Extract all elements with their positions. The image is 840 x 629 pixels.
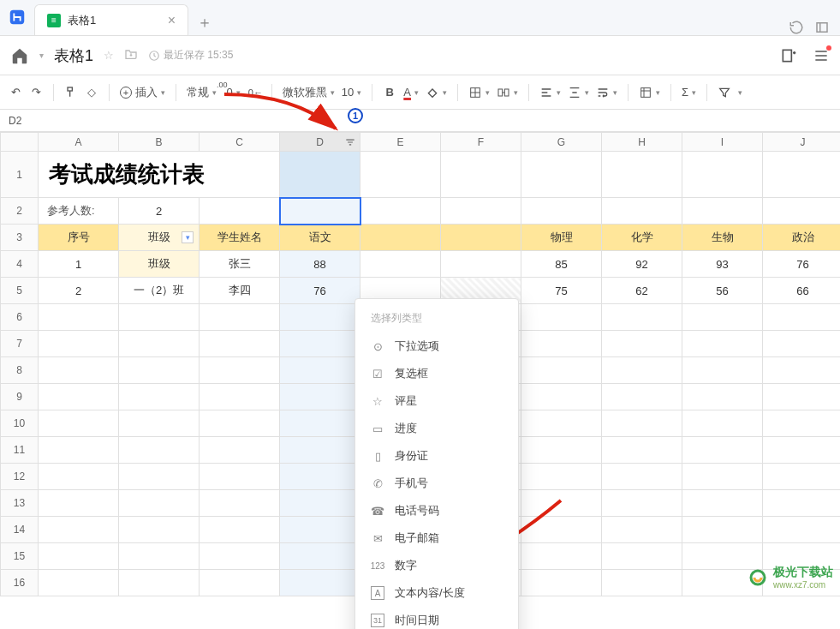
new-tab-button[interactable]: ＋ [192,9,217,35]
col-header-c[interactable]: C [200,133,280,152]
font-color-icon[interactable]: A▾ [403,86,419,99]
dropdown-icon: ⊙ [371,339,384,353]
menu-item-email[interactable]: ✉电子邮箱 [355,524,518,552]
borders-icon[interactable]: ▾ [468,86,490,99]
svg-rect-3 [783,50,791,61]
valign-icon[interactable]: ▾ [568,86,589,99]
select-all-corner[interactable] [1,133,39,152]
row-header[interactable]: 4 [1,251,39,278]
svg-rect-7 [504,89,509,96]
row-header[interactable]: 5 [1,278,39,304]
refresh-icon[interactable] [789,20,804,35]
row-header[interactable]: 3 [1,225,39,251]
freeze-icon[interactable]: ▾ [639,86,660,99]
menu-item-rating[interactable]: ☆评星 [355,387,518,415]
filter-icon[interactable] [718,86,731,99]
column-filter-icon[interactable] [344,136,356,148]
menu-item-text[interactable]: A文本内容/长度 [355,579,518,607]
svg-rect-1 [817,23,827,33]
hdr-politics[interactable]: 政治 [763,225,841,251]
redo-icon[interactable]: ↷ [29,86,43,99]
col-header-j[interactable]: J [763,133,841,152]
filter-dropdown[interactable]: ▾ [738,88,742,97]
menu-item-idcard[interactable]: ▯身份证 [355,442,518,470]
hdr-biology[interactable]: 生物 [682,225,763,251]
col-header-d[interactable]: D [280,133,360,152]
font-size-dropdown[interactable]: 10▾ [342,86,361,99]
menu-item-checkbox[interactable]: ☑复选框 [355,360,518,387]
insert-dropdown[interactable]: +插入▾ [120,85,165,100]
cell-d1[interactable] [280,152,360,198]
format-painter-icon[interactable] [64,86,78,99]
clear-format-icon[interactable]: ◇ [85,86,98,99]
col-header-b[interactable]: B [119,133,200,152]
menu-section-label: 选择列类型 [355,308,518,332]
star-icon[interactable]: ☆ [104,49,114,62]
menu-item-date[interactable]: 31时间日期 [355,607,518,629]
text-icon: A [371,586,384,600]
attend-value-cell[interactable]: 2 [119,198,200,225]
menu-item-telephone[interactable]: ☎电话号码 [355,497,518,524]
col-header-a[interactable]: A [39,133,119,152]
watermark: 极光下载站 www.xz7.com [748,565,833,590]
merge-cells-icon[interactable]: ▾ [497,86,518,99]
chevron-down-icon[interactable]: ▾ [39,51,44,60]
tab-title: 表格1 [68,13,161,28]
hdr-name[interactable]: 学生姓名 [200,225,280,251]
cell-reference-bar: D2 [0,110,840,132]
home-icon[interactable] [10,46,29,65]
menu-icon[interactable] [813,47,830,64]
wrap-text-icon[interactable]: ▾ [596,86,617,99]
col-header-g[interactable]: G [521,133,602,152]
formula-icon[interactable]: Σ▾ [682,86,696,99]
hdr-chemistry[interactable]: 化学 [602,225,682,251]
font-family-dropdown[interactable]: 微软雅黑▾ [283,85,335,100]
idcard-icon: ▯ [371,449,384,463]
fill-color-icon[interactable]: ▾ [426,86,447,99]
document-tab[interactable]: ≡ 表格1 × [34,4,188,35]
class-filter-icon[interactable]: ▾ [182,231,194,243]
row-4: 4 1 班级 张三 88 85 92 93 76 [1,251,841,278]
sidebar-toggle-icon[interactable] [814,20,830,35]
cell-d2-selected[interactable] [280,198,360,225]
bold-icon[interactable]: B [383,86,396,99]
move-to-folder-icon[interactable] [124,47,138,63]
annotation-badge-1: 1 [348,108,363,123]
row-header[interactable]: 2 [1,198,39,225]
save-status: 最近保存 15:35 [148,48,233,63]
undo-icon[interactable]: ↶ [9,86,22,99]
svg-rect-4 [68,87,72,91]
column-type-menu: 选择列类型 ⊙下拉选项 ☑复选框 ☆评星 ▭进度 ▯身份证 ✆手机号 ☎电话号码… [354,298,519,629]
number-format-dropdown[interactable]: 常规▾ [187,85,217,100]
decrease-decimal-icon[interactable]: .0← [247,86,261,99]
menu-item-mobile[interactable]: ✆手机号 [355,470,518,497]
row-3: 3 序号 班级▾ 学生姓名 语文 物理 化学 生物 政治 [1,225,841,251]
attend-label-cell[interactable]: 参考人数: [39,198,119,225]
checkbox-icon: ☑ [371,367,384,380]
cell-reference[interactable]: D2 [0,115,51,127]
col-header-e[interactable]: E [360,133,441,152]
number-icon: 123 [371,559,384,572]
close-tab-icon[interactable]: × [168,13,176,28]
decimal-dropdown[interactable]: .0.00▾ [223,86,241,99]
row-header[interactable]: 1 [1,152,39,198]
phone-icon: ✆ [371,476,384,490]
menu-item-dropdown[interactable]: ⊙下拉选项 [355,332,518,360]
telephone-icon: ☎ [371,504,384,518]
spreadsheet: A B C D E F G H I J 1 考试成绩统计表 2 参考人数: 2 … [0,132,840,596]
menu-item-progress[interactable]: ▭进度 [355,415,518,442]
hdr-seq[interactable]: 序号 [39,225,119,251]
sheet-title-cell[interactable]: 考试成绩统计表 [39,152,280,198]
hdr-chinese[interactable]: 语文 [280,225,360,251]
add-chart-icon[interactable] [780,47,797,64]
title-bar: ▾ 表格1 ☆ 最近保存 15:35 [0,36,840,75]
col-header-h[interactable]: H [602,133,682,152]
hdr-physics[interactable]: 物理 [521,225,602,251]
document-title[interactable]: 表格1 [54,45,93,66]
col-header-i[interactable]: I [682,133,763,152]
menu-item-number[interactable]: 123数字 [355,552,518,579]
calendar-icon: 31 [371,614,384,627]
halign-icon[interactable]: ▾ [539,86,561,99]
hdr-class[interactable]: 班级▾ [119,225,200,251]
col-header-f[interactable]: F [441,133,521,152]
